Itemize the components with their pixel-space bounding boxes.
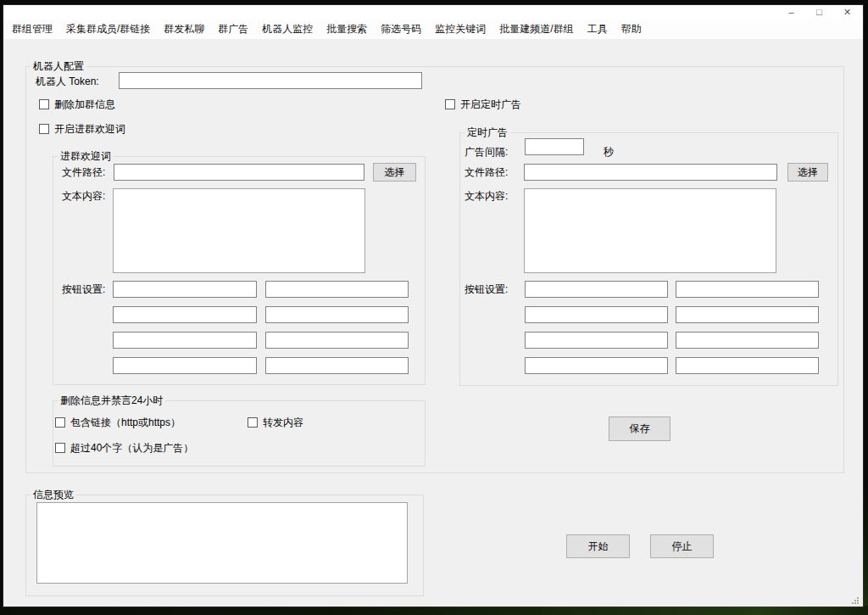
menu-item-group-ads[interactable]: 群广告 (211, 20, 255, 39)
robot-config-legend: 机器人配置 (31, 59, 86, 74)
save-button[interactable]: 保存 (609, 417, 670, 441)
resize-grip-icon[interactable] (851, 597, 860, 606)
welcome-buttons-label: 按钮设置: (62, 283, 105, 295)
menu-item-bot-monitor[interactable]: 机器人监控 (255, 20, 320, 39)
checkbox-box[interactable] (445, 99, 455, 109)
welcome-file-path-input[interactable] (114, 164, 364, 181)
checkbox-box[interactable] (39, 99, 49, 109)
desktop-wallpaper-grass (0, 606, 868, 615)
preview-text-area[interactable] (36, 502, 408, 584)
app-window: – □ ✕ 群组管理 采集群成员/群链接 群发私聊 群广告 机器人监控 批量搜索… (3, 5, 863, 607)
ad-file-path-label: 文件路径: (465, 166, 508, 178)
welcome-button-input[interactable] (113, 281, 257, 298)
ad-interval-label: 广告间隔: (465, 146, 508, 158)
ad-button-input[interactable] (525, 332, 668, 349)
token-input[interactable] (119, 72, 422, 89)
titlebar[interactable]: – □ ✕ (3, 5, 863, 20)
checkbox-box[interactable] (39, 124, 49, 134)
menu-item-monitor-keywords[interactable]: 监控关键词 (428, 20, 492, 39)
over-40-chars-checkbox[interactable]: 超过40个字（认为是广告） (55, 442, 193, 454)
menu-item-tools[interactable]: 工具 (581, 20, 615, 39)
forwarded-content-checkbox[interactable]: 转发内容 (248, 417, 303, 428)
ad-button-input[interactable] (676, 332, 819, 349)
ad-select-file-button[interactable]: 选择 (787, 163, 828, 182)
desktop-background: – □ ✕ 群组管理 采集群成员/群链接 群发私聊 群广告 机器人监控 批量搜索… (0, 0, 868, 615)
menu-item-filter-numbers[interactable]: 筛选号码 (374, 20, 428, 39)
welcome-text-area[interactable] (113, 188, 365, 273)
menu-bar: 群组管理 采集群成员/群链接 群发私聊 群广告 机器人监控 批量搜索 筛选号码 … (3, 20, 863, 39)
ad-text-label: 文本内容: (465, 190, 508, 202)
start-button[interactable]: 开始 (566, 534, 630, 558)
menu-item-collect-members-links[interactable]: 采集群成员/群链接 (59, 20, 157, 39)
checkbox-label: 删除加群信息 (54, 98, 115, 110)
welcome-button-input[interactable] (265, 332, 409, 349)
menu-item-help[interactable]: 帮助 (615, 20, 648, 39)
welcome-button-input[interactable] (265, 281, 409, 298)
token-label: 机器人 Token: (36, 75, 99, 87)
delete-join-info-checkbox[interactable]: 删除加群信息 (39, 98, 115, 110)
ad-buttons-label: 按钮设置: (465, 283, 508, 295)
checkbox-label: 包含链接（http或https） (70, 417, 181, 428)
welcome-button-input[interactable] (113, 332, 257, 349)
checkbox-box[interactable] (55, 443, 65, 453)
maximize-icon[interactable]: □ (805, 5, 833, 20)
close-icon[interactable]: ✕ (833, 5, 861, 20)
welcome-text-label: 文本内容: (62, 190, 105, 202)
checkbox-label: 转发内容 (263, 417, 303, 428)
menu-item-batch-create-channels[interactable]: 批量建频道/群组 (492, 20, 580, 39)
welcome-button-input[interactable] (113, 306, 257, 323)
preview-legend: 信息预览 (31, 488, 76, 502)
checkbox-label: 超过40个字（认为是广告） (70, 442, 193, 454)
welcome-button-input[interactable] (265, 357, 409, 374)
ad-button-input[interactable] (676, 306, 819, 323)
menu-item-group-management[interactable]: 群组管理 (5, 20, 59, 39)
ad-button-input[interactable] (676, 281, 819, 298)
menu-item-batch-search[interactable]: 批量搜索 (320, 20, 374, 39)
enable-timed-ad-checkbox[interactable]: 开启定时广告 (445, 98, 521, 110)
welcome-button-input[interactable] (113, 357, 257, 374)
ad-interval-unit-label: 秒 (604, 146, 614, 158)
mute-groupbox: 删除信息并禁言24小时 (53, 394, 426, 467)
welcome-select-file-button[interactable]: 选择 (373, 163, 416, 182)
ad-button-input[interactable] (676, 357, 819, 374)
checkbox-box[interactable] (55, 417, 65, 428)
window-controls: – □ ✕ (777, 5, 861, 20)
ad-button-input[interactable] (525, 306, 668, 323)
checkbox-box[interactable] (248, 417, 258, 428)
checkbox-label: 开启定时广告 (460, 98, 521, 110)
mute-legend: 删除信息并禁言24小时 (58, 394, 165, 408)
checkbox-label: 开启进群欢迎词 (54, 123, 125, 135)
ad-button-input[interactable] (525, 357, 668, 374)
welcome-file-path-label: 文件路径: (62, 166, 105, 178)
minimize-icon[interactable]: – (777, 5, 805, 20)
enable-welcome-checkbox[interactable]: 开启进群欢迎词 (39, 123, 125, 135)
welcome-legend: 进群欢迎词 (58, 149, 114, 164)
ad-interval-input[interactable] (525, 138, 584, 155)
ad-text-area[interactable] (524, 188, 776, 273)
contains-link-checkbox[interactable]: 包含链接（http或https） (55, 417, 181, 428)
welcome-button-input[interactable] (265, 306, 409, 323)
ad-button-input[interactable] (525, 281, 668, 298)
menu-item-mass-private-chat[interactable]: 群发私聊 (157, 20, 211, 39)
stop-button[interactable]: 停止 (650, 534, 714, 558)
ad-file-path-input[interactable] (524, 164, 777, 181)
timed-ad-legend: 定时广告 (465, 126, 510, 140)
